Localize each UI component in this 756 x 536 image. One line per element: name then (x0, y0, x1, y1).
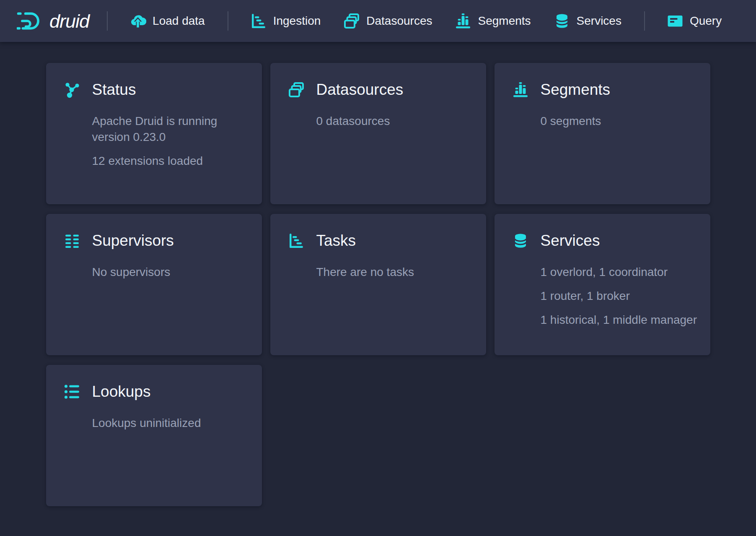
card-text-line: Apache Druid is running version 0.23.0 (92, 113, 254, 145)
stacked-bar-chart-icon (512, 81, 529, 98)
nav-item-label: Load data (153, 15, 205, 27)
graph-icon (64, 81, 80, 98)
card-text-line: 12 extensions loaded (92, 153, 254, 169)
app-logo[interactable]: druid (17, 11, 89, 31)
card-text-line: 0 datasources (316, 113, 478, 129)
card-text-line: 1 historical, 1 middle manager (541, 312, 702, 328)
nav-item-services[interactable]: Services (554, 13, 621, 29)
database-icon (512, 232, 529, 249)
card-text-line: 0 segments (541, 113, 702, 129)
card-tasks[interactable]: Tasks There are no tasks (270, 214, 486, 355)
card-services[interactable]: Services 1 overlord, 1 coordinator 1 rou… (495, 214, 710, 355)
gantt-chart-icon (288, 232, 305, 249)
card-body: Apache Druid is running version 0.23.0 1… (92, 113, 254, 169)
card-header: Status (64, 81, 254, 98)
card-header: Datasources (288, 81, 478, 98)
home-cards-grid: Status Apache Druid is running version 0… (46, 63, 710, 506)
nav-item-query[interactable]: Query (667, 13, 722, 29)
card-supervisors[interactable]: Supervisors No supervisors (46, 214, 262, 355)
card-body: 1 overlord, 1 coordinator 1 router, 1 br… (541, 264, 702, 328)
card-body: Lookups uninitialized (92, 415, 254, 431)
database-icon (554, 13, 570, 29)
list-columns-icon (64, 232, 80, 249)
multi-select-icon (343, 13, 360, 29)
card-title: Supervisors (92, 232, 174, 249)
nav-item-label: Services (577, 15, 621, 27)
properties-icon (64, 383, 80, 400)
card-body: 0 segments (541, 113, 702, 129)
card-title: Lookups (92, 383, 151, 400)
card-title: Services (541, 232, 600, 249)
application-icon (667, 13, 684, 29)
card-title: Datasources (316, 81, 404, 98)
card-title: Tasks (316, 232, 356, 249)
card-text-line: There are no tasks (316, 264, 478, 280)
cloud-upload-icon (129, 13, 146, 29)
nav-item-datasources[interactable]: Datasources (343, 13, 432, 29)
card-lookups[interactable]: Lookups Lookups uninitialized (46, 365, 262, 506)
nav-item-load-data[interactable]: Load data (129, 13, 205, 29)
navbar-divider (107, 11, 108, 31)
card-header: Tasks (288, 232, 478, 249)
gantt-chart-icon (250, 13, 267, 29)
nav-item-label: Ingestion (273, 15, 321, 27)
card-title: Segments (541, 81, 611, 98)
nav-item-label: Query (690, 15, 722, 27)
card-text-line: 1 overlord, 1 coordinator (541, 264, 702, 280)
card-header: Services (512, 232, 702, 249)
card-text-line: 1 router, 1 broker (541, 288, 702, 304)
card-body: No supervisors (92, 264, 254, 280)
card-header: Lookups (64, 383, 254, 400)
navbar: druid Load data Ingestion Datasources Se… (0, 0, 756, 42)
card-text-line: Lookups uninitialized (92, 415, 254, 431)
navbar-divider (228, 11, 228, 31)
card-datasources[interactable]: Datasources 0 datasources (270, 63, 486, 204)
card-title: Status (92, 81, 136, 98)
card-header: Supervisors (64, 232, 254, 249)
druid-logo-icon (17, 11, 44, 31)
stacked-bar-chart-icon (455, 13, 471, 29)
navbar-divider (644, 11, 645, 31)
nav-item-label: Segments (478, 15, 531, 27)
card-header: Segments (512, 81, 702, 98)
card-body: 0 datasources (316, 113, 478, 129)
card-body: There are no tasks (316, 264, 478, 280)
card-status[interactable]: Status Apache Druid is running version 0… (46, 63, 262, 204)
nav-item-segments[interactable]: Segments (455, 13, 531, 29)
card-text-line: No supervisors (92, 264, 254, 280)
multi-select-icon (288, 81, 305, 98)
nav-item-ingestion[interactable]: Ingestion (250, 13, 321, 29)
app-logo-text: druid (49, 12, 89, 31)
card-segments[interactable]: Segments 0 segments (495, 63, 710, 204)
nav-item-label: Datasources (366, 15, 432, 27)
